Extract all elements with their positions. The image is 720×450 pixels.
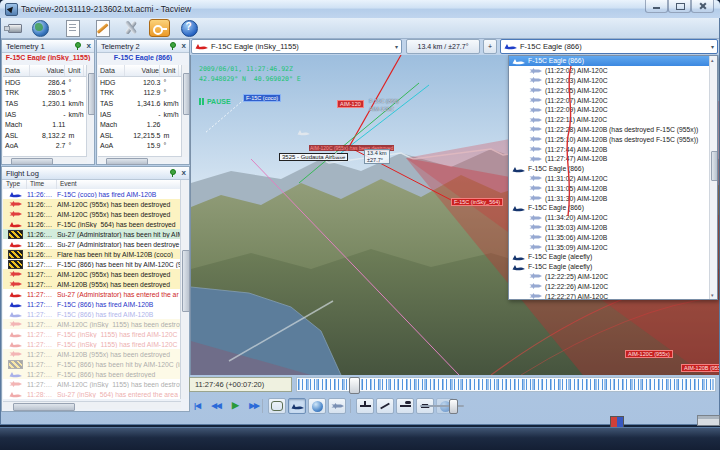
- step-forward-button[interactable]: ▶▶: [247, 399, 261, 412]
- missile-icon: [529, 68, 542, 74]
- left-object-selector[interactable]: F-15C Eagle (inSky_1155) ▾: [191, 39, 402, 54]
- browser-item[interactable]: (11:22:05) AIM-120C: [509, 85, 717, 95]
- range-bearing-button[interactable]: 13.4 km / ±27.7°: [406, 39, 480, 54]
- usb-drive-icon[interactable]: [4, 19, 24, 37]
- weapon-view-button[interactable]: [328, 398, 346, 414]
- globe-view-button[interactable]: [308, 398, 326, 414]
- browser-item[interactable]: (11:22:11) AIM-120C: [509, 115, 717, 125]
- title-bar[interactable]: Tacview-20131119-213602.txt.acmi - Tacvi…: [0, 0, 720, 18]
- flight-log-vscrollbar[interactable]: [180, 180, 188, 399]
- license-key-icon[interactable]: [149, 19, 170, 37]
- objects-events-list: F-15C Eagle (866)(11:22:02) AIM-120C(11:…: [508, 55, 718, 300]
- maximize-button[interactable]: [668, 0, 691, 13]
- flight-log-row[interactable]: 11:27:…F-15C (866) has been hit by AIM-1…: [3, 359, 181, 369]
- help-icon[interactable]: ?: [179, 19, 199, 37]
- telemetry-row: TAS1,341.6km/h: [98, 98, 182, 109]
- zoom-slider-handle[interactable]: [449, 399, 458, 414]
- browser-item[interactable]: F-15C Eagle (866): [509, 203, 717, 213]
- flight-log-row[interactable]: 11:26:…Su-27 (Administrator) has been hi…: [3, 229, 181, 239]
- pin-icon[interactable]: [73, 42, 81, 51]
- browser-item[interactable]: F-15C Eagle (866): [509, 56, 717, 66]
- browser-item[interactable]: F-15C Eagle (aleefly): [509, 252, 717, 262]
- flight-log-row[interactable]: 11:26:…AIM-120C (955x) has been destroye…: [3, 209, 181, 219]
- right-object-selector[interactable]: F-15C Eagle (866) ▾: [500, 39, 718, 54]
- browser-item[interactable]: (11:25:10) AIM-120B (has destroyed F-15C…: [509, 134, 717, 144]
- browser-item[interactable]: (11:22:02) AIM-120C: [509, 66, 717, 76]
- flight-log-row[interactable]: 11:27:…AIM-120C (inSky_1155) has been de…: [3, 379, 181, 389]
- flight-log-row[interactable]: 11:27:…F-15C (inSky_1155) has fired AIM-…: [3, 339, 181, 349]
- flight-log-row[interactable]: 11:27:…F-15C (866) has fired AIM-120B: [3, 299, 181, 309]
- browser-item[interactable]: (11:22:28) AIM-120B (has destroyed F-15C…: [509, 125, 717, 135]
- front-view-button[interactable]: [356, 398, 374, 414]
- browser-item[interactable]: (11:27:44) AIM-120B: [509, 144, 717, 154]
- skip-start-button[interactable]: |◀: [190, 399, 204, 412]
- flight-log-row[interactable]: 11:26:…AIM-120C (955x) has been destroye…: [3, 199, 181, 209]
- browser-item[interactable]: (11:22:09) AIM-120C: [509, 105, 717, 115]
- flight-log-row[interactable]: 11:26:…F-15C (coco) has fired AIM-120B: [3, 189, 181, 199]
- step-back-button[interactable]: ◀◀: [209, 399, 223, 412]
- flight-report-icon[interactable]: [62, 19, 82, 37]
- unit-cell: m: [160, 132, 182, 139]
- browser-item-label: (11:25:10) AIM-120B (has destroyed F-15C…: [545, 136, 698, 143]
- browser-item[interactable]: (11:22:03) AIM-120C: [509, 76, 717, 86]
- tools-icon[interactable]: [120, 19, 140, 37]
- telemetry1-hscrollbar[interactable]: [3, 156, 87, 163]
- browser-item[interactable]: (12:22:25) AIM-120C: [509, 272, 717, 282]
- browser-item[interactable]: (11:27:47) AIM-120B: [509, 154, 717, 164]
- browser-item[interactable]: (11:31:05) AIM-120B: [509, 183, 717, 193]
- flight-log-row[interactable]: 11:26:…Su-27 (Administrator) has been de…: [3, 239, 181, 249]
- browser-item[interactable]: F-15C Eagle (866): [509, 164, 717, 174]
- flight-log-row[interactable]: 11:26:…Flare has been hit by AIM-120B (c…: [3, 249, 181, 259]
- side-view-button[interactable]: [376, 398, 394, 414]
- flight-log-row[interactable]: 11:26:…F-15C (inSky_564) has been destro…: [3, 219, 181, 229]
- pin-icon[interactable]: [168, 42, 176, 51]
- browser-item[interactable]: F-15C Eagle (aleefly): [509, 262, 717, 272]
- flight-log-row[interactable]: 11:27:…Su-27 (Administrator) has entered…: [3, 289, 181, 299]
- flight-log-row[interactable]: 11:27:…AIM-120B (955x) has been destroye…: [3, 349, 181, 359]
- flight-log-row[interactable]: 11:27:…AIM-120B (955x) has been destroye…: [3, 279, 181, 289]
- browser-item[interactable]: (11:35:03) AIM-120B: [509, 223, 717, 233]
- flight-log-row[interactable]: 11:28:…Su-27 (inSky_564) has entered the…: [3, 389, 181, 399]
- flight-log-row[interactable]: 11:27:…F-15C (inSky_1155) has fired AIM-…: [3, 329, 181, 339]
- browser-item[interactable]: (11:35:09) AIM-120C: [509, 242, 717, 252]
- flight-log-row[interactable]: 11:27:…F-15C (866) has been destroyed: [3, 369, 181, 379]
- event-time: 11:27:…: [27, 271, 57, 278]
- flight-log-row[interactable]: 11:27:…AIM-120C (955x) has been destroye…: [3, 269, 181, 279]
- close-panel-button[interactable]: x: [182, 168, 186, 177]
- browser-item[interactable]: (12:22:27) AIM-120C: [509, 291, 717, 300]
- value-cell: 12,215.5: [126, 132, 160, 139]
- timeline-cursor[interactable]: [349, 377, 360, 394]
- background-mini-window[interactable]: [697, 415, 720, 426]
- globe-icon[interactable]: [30, 19, 50, 37]
- browser-item[interactable]: (11:35:06) AIM-120B: [509, 232, 717, 242]
- browser-item[interactable]: (11:31:30) AIM-120B: [509, 193, 717, 203]
- minimize-button[interactable]: [645, 0, 668, 13]
- browser-item[interactable]: (11:22:07) AIM-120C: [509, 95, 717, 105]
- flight-log-header[interactable]: Flight Log: [2, 167, 189, 180]
- browser-item[interactable]: (12:22:26) AIM-120C: [509, 281, 717, 291]
- flight-log-row[interactable]: 11:27:…F-15C (866) has been hit by AIM-1…: [3, 259, 181, 269]
- close-button[interactable]: [691, 0, 714, 13]
- close-panel-button[interactable]: x: [182, 41, 186, 50]
- close-panel-button[interactable]: x: [87, 41, 91, 50]
- flight-log-row[interactable]: 11:27:…F-15C (866) has fired AIM-120B: [3, 309, 181, 319]
- unit-cell: °: [160, 142, 182, 149]
- zoom-slider[interactable]: [420, 405, 464, 407]
- flight-log-hscrollbar[interactable]: [3, 401, 181, 409]
- notes-icon[interactable]: [92, 19, 112, 37]
- browser-item[interactable]: (11:31:02) AIM-120C: [509, 174, 717, 184]
- pin-icon[interactable]: [168, 169, 176, 178]
- browser-item[interactable]: (11:34:20) AIM-120C: [509, 213, 717, 223]
- telemetry2-vscrollbar[interactable]: [181, 65, 188, 157]
- value-cell: 1,341.6: [126, 100, 160, 107]
- flight-log-row[interactable]: 11:27:…AIM-120C (inSky_1155) has been de…: [3, 319, 181, 329]
- free-camera-button[interactable]: [268, 398, 286, 414]
- chase-view-button[interactable]: [396, 398, 414, 414]
- aircraft-view-button[interactable]: [288, 398, 306, 414]
- timeline-track[interactable]: [296, 377, 716, 392]
- add-telemetry-button[interactable]: +: [483, 39, 497, 54]
- play-button[interactable]: ▶: [228, 399, 242, 412]
- telemetry1-vscrollbar[interactable]: [86, 65, 93, 157]
- telemetry2-hscrollbar[interactable]: [98, 156, 182, 163]
- browser-scrollbar[interactable]: ▴ ▾: [709, 56, 717, 299]
